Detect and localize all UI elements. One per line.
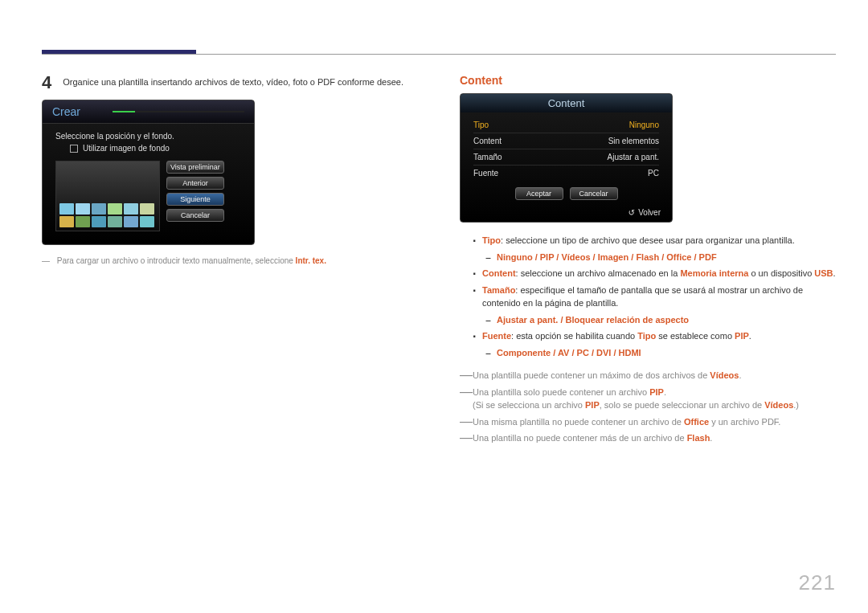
- fuente-options: Componente / AV / PC / DVI / HDMI: [497, 348, 641, 358]
- tamano-options: Ajustar a pant. / Bloquear relación de a…: [497, 315, 689, 325]
- accept-button[interactable]: Aceptar: [515, 187, 563, 200]
- dialog-cancel-button[interactable]: Cancelar: [570, 187, 618, 200]
- cancel-button[interactable]: Cancelar: [166, 209, 224, 222]
- bullet-tamano: Tamaño: especifique el tamaño de pantall…: [482, 284, 836, 327]
- crear-subtitle: Seleccione la posición y el fondo.: [55, 132, 241, 141]
- page-number: 221: [799, 570, 836, 595]
- content-dialog-screenshot: Content Tipo Ninguno Content Sin element…: [460, 93, 673, 223]
- row-tamano[interactable]: Tamaño Ajustar a pant.: [473, 149, 659, 166]
- crear-titlebar: Crear: [43, 100, 254, 124]
- header-separator: [42, 54, 836, 55]
- next-button[interactable]: Siguiente: [166, 193, 224, 206]
- preview-button[interactable]: Vista preliminar: [166, 161, 224, 174]
- use-bg-image-checkbox[interactable]: Utilizar imagen de fondo: [70, 144, 241, 153]
- tipo-options: Ninguno / PIP / Vídeos / Imagen / Flash …: [497, 252, 717, 262]
- checkbox-icon: [70, 145, 78, 153]
- step-number: 4: [42, 74, 51, 92]
- content-dialog-title: Content: [461, 94, 672, 112]
- content-heading: Content: [460, 74, 836, 87]
- crear-title: Crear: [52, 105, 80, 118]
- left-footnote: ― Para cargar un archivo o introducir te…: [42, 256, 403, 265]
- step-4: 4 Organice una plantilla insertando arch…: [42, 74, 403, 92]
- layout-preview: [55, 161, 160, 231]
- bullet-fuente: Fuente: esta opción se habilita cuando T…: [482, 329, 836, 359]
- step-text: Organice una plantilla insertando archiv…: [63, 74, 403, 92]
- previous-button[interactable]: Anterior: [166, 177, 224, 190]
- crear-dialog-screenshot: Crear Seleccione la posición y el fondo.…: [42, 100, 255, 245]
- content-notes: ―Una plantilla puede contener un máximo …: [460, 369, 836, 445]
- checkbox-label: Utilizar imagen de fondo: [83, 144, 170, 153]
- row-fuente[interactable]: Fuente PC: [473, 166, 659, 181]
- return-icon: ↻: [628, 208, 635, 217]
- page-content: 4 Organice una plantilla insertando arch…: [42, 74, 836, 448]
- row-content[interactable]: Content Sin elementos: [473, 133, 659, 149]
- progress-bar: [113, 111, 244, 112]
- content-bullets: Tipo: seleccione un tipo de archivo que …: [460, 234, 836, 359]
- row-tipo[interactable]: Tipo Ninguno: [473, 117, 659, 133]
- bullet-tipo: Tipo: seleccione un tipo de archivo que …: [482, 234, 836, 264]
- return-row[interactable]: ↻Volver: [461, 206, 672, 222]
- bullet-content: Content: seleccione un archivo almacenad…: [482, 267, 836, 280]
